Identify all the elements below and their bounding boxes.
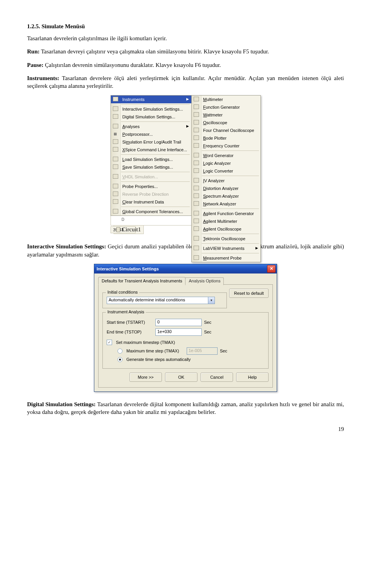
chevron-down-icon[interactable]: ▼ — [208, 297, 214, 304]
circuit-icon — [116, 227, 121, 232]
menu-icon — [194, 104, 199, 109]
menu-icon — [113, 174, 118, 179]
menu-item[interactable]: Network Analyzer — [192, 200, 260, 208]
menu-item[interactable]: Agilent Multimeter — [192, 217, 260, 225]
max-time-step-radio[interactable] — [117, 349, 123, 354]
run-text: Tasarlanan devreyi çalıştırır veya çalış… — [40, 48, 269, 55]
menu-icon — [194, 120, 199, 125]
menu-icon — [194, 143, 199, 148]
menu-icon — [113, 191, 118, 196]
menu-icon — [194, 168, 199, 173]
set-max-timestep-checkbox[interactable]: ✓ — [107, 340, 112, 345]
menu-item[interactable]: Global Component Tolerances... — [111, 208, 191, 215]
start-time-input[interactable]: 0 — [155, 319, 202, 326]
menu-icon — [194, 211, 199, 215]
menu-icon — [194, 161, 199, 165]
menu-item[interactable]: XSpice Command Line Interface... — [111, 146, 191, 154]
menu-item[interactable]: Bode Plotter — [192, 134, 260, 142]
pause-paragraph: Pause: Çalıştırılan devrenin simülasyonu… — [27, 61, 344, 69]
section-heading: 1.2.5. Simulate Menüsü — [27, 23, 344, 30]
menu-icon — [113, 124, 118, 128]
menu-item[interactable]: Analyses▶ — [111, 123, 191, 130]
dialog-titlebar[interactable]: Interactive Simulation Settings ✕ — [94, 264, 277, 273]
menu-item[interactable]: Four Channel Oscilloscope — [192, 126, 260, 134]
initial-conditions-dropdown[interactable]: Automatically determine initial conditio… — [107, 297, 215, 304]
group-initial-conditions-label: Initial conditions — [106, 290, 139, 294]
ok-button[interactable]: OK — [165, 373, 197, 382]
menu-icon — [194, 236, 199, 241]
menu-icon — [194, 226, 199, 231]
run-label: Run: — [27, 48, 40, 55]
help-button[interactable]: Help — [236, 373, 269, 382]
menu-item: VHDL Simulation... — [111, 173, 191, 181]
menu-icon — [194, 128, 199, 132]
interactive-simulation-settings-dialog: Interactive Simulation Settings ✕ Defaul… — [94, 264, 277, 392]
menu-icon — [113, 97, 118, 101]
menu-item[interactable]: Agilent Function Generator — [192, 210, 260, 217]
menu-item[interactable]: Clear Instrument Data — [111, 198, 191, 206]
menu-item[interactable]: Spectrum Analyzer — [192, 192, 260, 200]
menu-item[interactable]: ▦Postprocessor... — [111, 130, 191, 138]
menu-item[interactable]: Tektronix Oscilloscope — [192, 235, 260, 243]
menu-item[interactable]: Load Simulation Settings... — [111, 156, 191, 163]
menu-icon — [113, 164, 118, 169]
menu-item[interactable]: Frequency Counter — [192, 142, 260, 150]
menu-item[interactable]: LabVIEW Instruments▶ — [192, 244, 260, 252]
simulate-menu[interactable]: Instruments▶Interactive Simulation Setti… — [111, 95, 192, 216]
menu-item[interactable]: Function Generator — [192, 103, 260, 111]
menu-item[interactable]: Agilent Oscilloscope — [192, 225, 260, 233]
more-button[interactable]: More >> — [129, 373, 162, 382]
dss-paragraph: Digital Simulation Settings: Tasarlanan … — [27, 400, 344, 416]
menu-item[interactable]: Wattmeter — [192, 111, 260, 119]
menu-item: Reverse Probe Direction — [111, 190, 191, 198]
menu-item[interactable]: Logic Analyzer — [192, 159, 260, 167]
instruments-paragraph: Instruments: Tasarlanan devrelere ölçü a… — [27, 74, 344, 90]
menu-item[interactable]: Word Generator — [192, 152, 260, 159]
menu-icon — [113, 114, 118, 119]
menu-item[interactable]: Oscilloscope — [192, 119, 260, 126]
menu-icon — [194, 112, 199, 117]
instruments-text: Tasarlanan devrelere ölçü aleti yerleşti… — [27, 75, 344, 89]
auto-time-steps-radio[interactable] — [117, 357, 123, 362]
dss-label: Digital Simulation Settings: — [27, 401, 96, 407]
chevron-right-icon: ▶ — [186, 124, 189, 128]
menu-icon — [194, 153, 199, 157]
canvas-area: D — [111, 216, 192, 226]
menu-item[interactable]: Measurement Probe — [192, 254, 260, 262]
close-icon[interactable]: ✕ — [267, 265, 276, 273]
cancel-button[interactable]: Cancel — [201, 373, 233, 382]
reset-to-default-button[interactable]: Reset to default — [229, 289, 269, 298]
menu-icon — [113, 157, 118, 161]
start-time-label: Start time (TSTART) — [107, 320, 153, 325]
tab-analysis-options[interactable]: Analysis Options — [185, 277, 224, 285]
auto-time-steps-label: Generate time steps automatically — [126, 357, 191, 362]
menu-item[interactable]: Instruments▶ — [111, 96, 191, 103]
menu-item[interactable]: Digital Simulation Settings... — [111, 113, 191, 121]
chevron-right-icon: ▶ — [255, 246, 258, 250]
menu-icon — [194, 186, 199, 190]
menu-item[interactable]: IV Analyzer — [192, 177, 260, 185]
menu-item[interactable]: Simulation Error Log/Audit Trail — [111, 138, 191, 146]
menu-icon — [113, 199, 118, 204]
instruments-submenu[interactable]: MultimeterFunction GeneratorWattmeterOsc… — [191, 95, 261, 262]
max-time-step-label: Maximum time step (TMAX) — [126, 349, 184, 353]
menu-item[interactable]: Distortion Analyzer — [192, 185, 260, 192]
menu-item[interactable]: Save Simulation Settings... — [111, 163, 191, 171]
page-number: 19 — [27, 426, 344, 432]
instruments-label: Instruments: — [27, 75, 59, 81]
menu-icon — [113, 147, 118, 152]
menu-icon — [194, 193, 199, 198]
menu-item[interactable]: Interactive Simulation Settings... — [111, 105, 191, 113]
dialog-tabs: Defaults for Transient Analysis Instrume… — [98, 277, 273, 285]
menu-icon — [194, 255, 199, 260]
menu-item[interactable]: Probe Properties... — [111, 183, 191, 190]
end-time-label: End time (TSTOP) — [107, 330, 153, 334]
unit-label: Sec — [220, 349, 231, 353]
unit-label: Sec — [204, 330, 216, 334]
menu-icon — [113, 139, 118, 144]
menu-item[interactable]: Logic Converter — [192, 167, 260, 175]
end-time-input[interactable]: 1e+030 — [155, 328, 202, 336]
menu-icon — [194, 178, 199, 183]
tab-defaults[interactable]: Defaults for Transient Analysis Instrume… — [98, 277, 186, 285]
menu-item[interactable]: Multimeter — [192, 96, 260, 103]
